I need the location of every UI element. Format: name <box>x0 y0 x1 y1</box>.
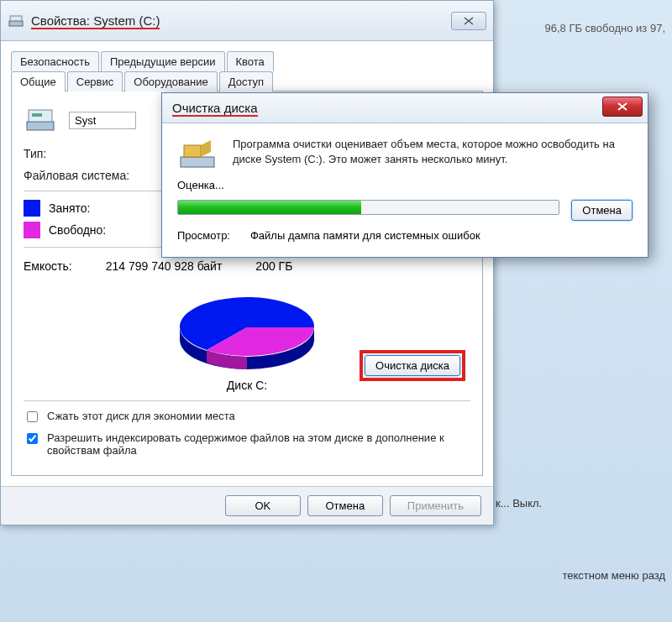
free-swatch <box>24 222 40 238</box>
free-label: Свободно: <box>49 223 106 237</box>
tab-sharing[interactable]: Доступ <box>219 71 273 91</box>
cleanup-title: Очистка диска <box>172 101 602 115</box>
tab-general[interactable]: Общие <box>11 71 66 91</box>
index-checkbox-row[interactable]: Разрешить индексировать содержимое файло… <box>24 431 470 457</box>
disk-label: Диск C: <box>227 379 267 392</box>
tab-previous-versions[interactable]: Предыдущие версии <box>101 51 225 71</box>
cleanup-message: Программа очистки оценивает объем места,… <box>233 137 633 166</box>
capacity-bytes: 214 799 740 928 байт <box>106 259 223 273</box>
scan-value: Файлы дампа памяти для системных ошибок <box>250 229 480 242</box>
used-swatch <box>24 200 40 217</box>
disk-cleanup-button[interactable]: Очистка диска <box>365 355 460 376</box>
scan-label: Просмотр: <box>177 229 230 242</box>
cleanup-close-button[interactable] <box>602 97 643 117</box>
tab-security[interactable]: Безопасность <box>11 51 99 71</box>
bg-free-space: 96,8 ГБ свободно из 97, <box>545 22 666 34</box>
apply-button[interactable]: Применить <box>390 495 481 516</box>
drive-large-icon <box>24 103 57 137</box>
ok-button[interactable]: OK <box>225 495 301 516</box>
drive-icon <box>8 13 24 29</box>
svg-rect-2 <box>27 122 54 130</box>
used-label: Занято: <box>49 201 91 215</box>
tab-tools[interactable]: Сервис <box>67 71 123 91</box>
capacity-label: Емкость: <box>24 259 72 273</box>
close-button[interactable] <box>451 12 486 30</box>
svg-rect-4 <box>32 113 42 117</box>
cleanup-cancel-button[interactable]: Отмена <box>571 200 633 221</box>
properties-title: Свойства: System (C:) <box>31 13 451 28</box>
disk-cleanup-dialog: Очистка диска Программа очистки оценивае… <box>161 92 648 258</box>
index-checkbox[interactable] <box>27 433 38 444</box>
index-label: Разрешить индексировать содержимое файло… <box>47 431 470 457</box>
properties-window: Свойства: System (C:) Безопасность Преды… <box>0 0 494 525</box>
cleanup-icon <box>177 137 218 170</box>
bg-mid: к... Выкл. <box>496 497 542 510</box>
properties-titlebar[interactable]: Свойства: System (C:) <box>1 1 493 41</box>
usage-pie-chart <box>171 281 323 374</box>
svg-rect-1 <box>10 16 22 21</box>
cleanup-progress <box>177 200 559 215</box>
compress-checkbox-row[interactable]: Сжать этот диск для экономии места <box>24 410 470 425</box>
drive-name-input[interactable] <box>69 112 136 129</box>
compress-label: Сжать этот диск для экономии места <box>47 410 235 422</box>
tab-quota[interactable]: Квота <box>227 51 274 71</box>
evaluating-label: Оценка... <box>177 179 633 191</box>
svg-rect-0 <box>9 21 23 26</box>
cancel-button[interactable]: Отмена <box>307 495 383 516</box>
cleanup-titlebar[interactable]: Очистка диска <box>162 93 648 123</box>
compress-checkbox[interactable] <box>27 411 38 422</box>
bg-bottom: текстном меню разд <box>562 569 665 582</box>
tab-hardware[interactable]: Оборудование <box>124 71 217 91</box>
svg-rect-5 <box>181 157 214 167</box>
svg-rect-6 <box>184 145 201 157</box>
capacity-gb: 200 ГБ <box>255 259 292 273</box>
